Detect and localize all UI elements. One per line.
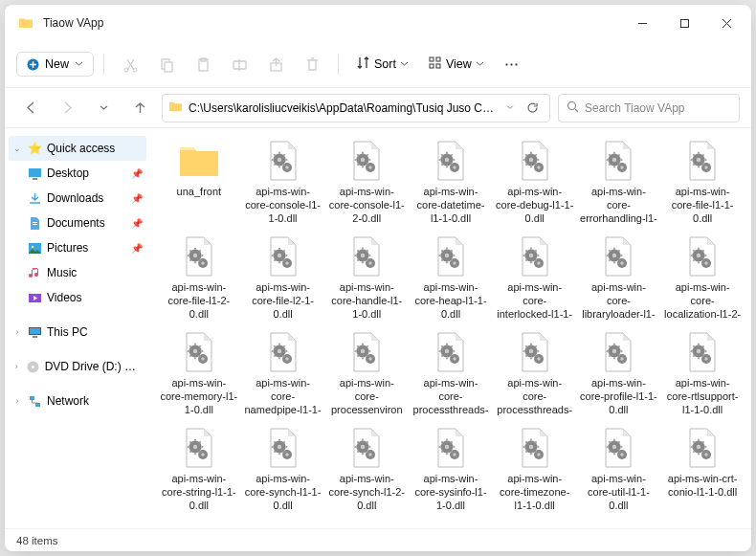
file-item[interactable]: api-ms-win-core-string-l1-1-0.dll [158, 423, 240, 515]
file-item[interactable]: api-ms-win-core-processthreads-l1-1-0.dl… [410, 327, 492, 419]
nav-desktop[interactable]: Desktop📌 [9, 161, 146, 186]
navigation-pane[interactable]: ⌄⭐Quick access Desktop📌 Downloads📌 Docum… [5, 128, 150, 528]
pin-icon: 📌 [131, 168, 143, 179]
dll-file-icon [428, 234, 474, 279]
file-item[interactable]: api-ms-win-core-localization-l1-2-0.dll [661, 232, 744, 323]
svg-point-129 [537, 453, 540, 456]
svg-point-97 [453, 357, 456, 360]
svg-point-17 [568, 101, 576, 109]
nav-network[interactable]: ›Network [9, 389, 146, 413]
file-item[interactable]: api-ms-win-core-file-l1-2-0.dll [158, 232, 240, 323]
svg-point-96 [445, 349, 449, 353]
svg-point-21 [31, 245, 33, 248]
svg-point-125 [453, 453, 456, 456]
file-item[interactable]: api-ms-win-core-rtlsupport-l1-1-0.dll [661, 327, 744, 419]
minimize-button[interactable] [621, 8, 663, 38]
file-item[interactable]: api-ms-win-crt-conio-l1-1-0.dll [661, 423, 744, 515]
copy-button[interactable] [150, 48, 183, 80]
nav-documents[interactable]: Documents📌 [9, 211, 146, 235]
search-input[interactable]: Search Tiaow VApp [558, 94, 740, 122]
nav-pictures[interactable]: Pictures📌 [9, 235, 146, 260]
rename-button[interactable] [223, 48, 256, 80]
sort-button[interactable]: Sort [348, 48, 416, 80]
file-item[interactable]: api-ms-win-core-console-l1-2-0.dll [325, 136, 408, 228]
up-button[interactable] [125, 94, 154, 122]
file-item[interactable]: api-ms-win-core-datetime-l1-1-0.dll [410, 136, 492, 228]
refresh-button[interactable] [521, 97, 544, 120]
dll-file-icon [512, 425, 558, 471]
file-item[interactable]: api-ms-win-core-synch-l1-2-0.dll [325, 423, 408, 515]
delete-button[interactable] [296, 48, 328, 80]
separator [338, 54, 339, 75]
nav-downloads[interactable]: Downloads📌 [9, 186, 146, 211]
svg-point-100 [529, 349, 533, 353]
chevron-down-icon[interactable] [505, 101, 515, 115]
sort-label: Sort [374, 57, 396, 71]
folder-item[interactable]: una_front [158, 136, 240, 228]
file-item[interactable]: api-ms-win-core-interlocked-l1-1-0.dll [494, 232, 576, 323]
dll-file-icon [428, 425, 474, 471]
file-item[interactable]: api-ms-win-core-handle-l1-1-0.dll [325, 232, 408, 323]
file-item[interactable]: api-ms-win-core-debug-l1-1-0.dll [494, 136, 576, 228]
folder-icon [176, 138, 222, 184]
file-name: api-ms-win-core-memory-l1-1-0.dll [160, 377, 238, 417]
svg-point-136 [697, 445, 700, 449]
disc-icon [26, 359, 40, 374]
address-input[interactable]: C:\Users\karolisliucveikis\AppData\Roami… [162, 94, 550, 122]
maximize-button[interactable] [663, 8, 705, 38]
share-button[interactable] [259, 48, 292, 80]
status-bar: 48 items [5, 528, 751, 551]
file-item[interactable]: api-ms-win-core-processthreads-l1-1-1.dl… [494, 327, 576, 419]
cut-button[interactable] [114, 48, 146, 80]
close-button[interactable] [705, 8, 747, 38]
dll-file-icon [428, 329, 474, 375]
dll-file-icon [260, 329, 306, 375]
chevron-down-icon[interactable] [89, 94, 118, 122]
file-item[interactable]: api-ms-win-core-sysinfo-l1-1-0.dll [410, 423, 492, 515]
file-item[interactable]: api-ms-win-core-heap-l1-1-0.dll [410, 232, 492, 323]
forward-button[interactable] [53, 94, 81, 122]
svg-point-49 [621, 166, 624, 168]
more-button[interactable] [496, 48, 528, 80]
svg-point-15 [511, 63, 513, 65]
svg-point-27 [32, 366, 34, 368]
file-list[interactable]: una_frontapi-ms-win-core-console-l1-1-0.… [150, 128, 751, 528]
file-name: api-ms-win-core-console-l1-1-0.dll [244, 186, 322, 226]
file-item[interactable]: api-ms-win-core-file-l2-1-0.dll [242, 232, 324, 323]
dll-file-icon [595, 234, 641, 279]
dll-file-icon [260, 425, 306, 471]
file-item[interactable]: api-ms-win-core-memory-l1-1-0.dll [158, 327, 240, 419]
star-icon: ⭐ [27, 141, 42, 156]
file-item[interactable]: api-ms-win-core-timezone-l1-1-0.dll [494, 423, 576, 515]
svg-point-73 [537, 261, 540, 264]
nav-music[interactable]: Music [9, 260, 146, 285]
file-name: api-ms-win-crt-conio-l1-1-0.dll [663, 473, 742, 513]
svg-point-40 [445, 158, 449, 162]
nav-dvd-drive[interactable]: ›DVD Drive (D:) CCCC [9, 354, 146, 379]
nav-videos[interactable]: Videos [9, 285, 146, 310]
file-item[interactable]: api-ms-win-core-errorhandling-l1-1-0.dll [578, 136, 660, 228]
file-item[interactable]: api-ms-win-core-file-l1-1-0.dll [661, 136, 744, 228]
paste-button[interactable] [187, 48, 219, 80]
title-bar[interactable]: Tiaow VApp [5, 5, 751, 41]
file-name: api-ms-win-core-string-l1-1-0.dll [160, 473, 238, 513]
new-button[interactable]: New [16, 52, 94, 77]
file-item[interactable]: api-ms-win-core-profile-l1-1-0.dll [578, 327, 660, 419]
document-icon [27, 215, 42, 231]
svg-rect-29 [35, 403, 40, 407]
back-button[interactable] [16, 94, 45, 122]
svg-point-124 [445, 445, 449, 449]
file-name: api-ms-win-core-interlocked-l1-1-0.dll [496, 281, 574, 322]
new-label: New [45, 57, 69, 71]
file-item[interactable]: api-ms-win-core-namedpipe-l1-1-0.dll [242, 327, 324, 419]
nav-this-pc[interactable]: ›This PC [9, 320, 146, 345]
file-item[interactable]: api-ms-win-core-util-l1-1-0.dll [578, 423, 660, 515]
file-item[interactable]: api-ms-win-core-synch-l1-1-0.dll [242, 423, 324, 515]
file-item[interactable]: api-ms-win-core-console-l1-1-0.dll [242, 136, 324, 228]
window-title: Tiaow VApp [43, 16, 621, 30]
view-button[interactable]: View [420, 48, 492, 80]
nav-quick-access[interactable]: ⌄⭐Quick access [9, 136, 146, 161]
file-item[interactable]: api-ms-win-core-processenvironment-l1-1-… [325, 327, 408, 419]
file-name: api-ms-win-core-errorhandling-l1-1-0.dll [580, 186, 658, 226]
file-item[interactable]: api-ms-win-core-libraryloader-l1-1-0.dll [578, 232, 660, 323]
